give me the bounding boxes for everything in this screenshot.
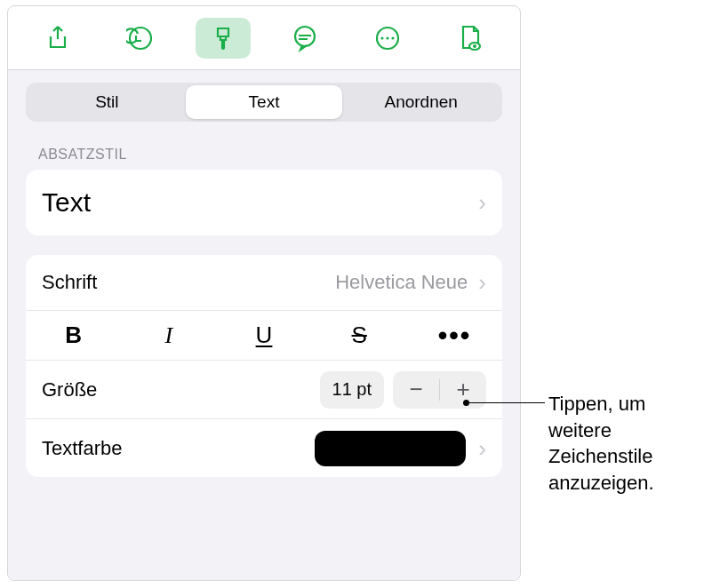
- size-label: Größe: [42, 378, 97, 401]
- strike-button[interactable]: S: [312, 311, 407, 360]
- text-color-label: Textfarbe: [42, 437, 123, 460]
- plus-icon: +: [456, 376, 469, 403]
- callout-line: [463, 402, 545, 403]
- minus-icon: −: [409, 376, 422, 403]
- document-button[interactable]: [443, 18, 498, 59]
- size-row: Größe 11 pt − +: [26, 360, 502, 418]
- chevron-right-icon: ›: [475, 271, 486, 294]
- segmented-tabs: Stil Text Anordnen: [26, 83, 502, 122]
- share-button[interactable]: [30, 18, 85, 59]
- underline-label: U: [256, 322, 273, 349]
- tab-label: Text: [249, 92, 280, 112]
- document-eye-icon: [457, 24, 484, 52]
- ellipsis-circle-icon: [373, 24, 402, 52]
- share-icon: [44, 25, 71, 52]
- size-value: 11 pt: [332, 379, 372, 400]
- underline-button[interactable]: U: [216, 311, 311, 360]
- svg-point-0: [130, 28, 151, 49]
- font-label: Schrift: [42, 271, 97, 294]
- ellipsis-icon: •••: [438, 321, 472, 351]
- speech-icon: [291, 24, 319, 52]
- tab-text[interactable]: Text: [186, 85, 343, 119]
- brush-icon: [209, 24, 237, 52]
- size-decrease-button[interactable]: −: [393, 371, 439, 409]
- undo-icon: [126, 24, 155, 52]
- comment-button[interactable]: [277, 18, 332, 59]
- italic-label: I: [164, 322, 172, 349]
- size-value-box[interactable]: 11 pt: [320, 371, 384, 409]
- bold-label: B: [65, 322, 82, 349]
- strike-label: S: [352, 322, 367, 349]
- section-paragraph-style-label: ABSATZSTIL: [38, 147, 490, 163]
- paragraph-style-row[interactable]: Text ›: [26, 170, 502, 235]
- chevron-right-icon: ›: [475, 191, 486, 214]
- style-row: B I U S •••: [26, 310, 502, 360]
- panel-body: Stil Text Anordnen ABSATZSTIL Text › Sch…: [8, 70, 520, 580]
- tab-arrange[interactable]: Anordnen: [342, 85, 500, 119]
- svg-point-3: [380, 36, 383, 39]
- undo-button[interactable]: [113, 18, 168, 59]
- tab-label: Stil: [95, 92, 118, 112]
- tab-label: Anordnen: [384, 92, 457, 112]
- font-value: Helvetica Neue: [335, 271, 475, 294]
- svg-point-7: [473, 44, 476, 48]
- more-styles-button[interactable]: •••: [407, 311, 502, 360]
- font-row[interactable]: Schrift Helvetica Neue ›: [26, 255, 502, 310]
- svg-point-5: [391, 36, 394, 39]
- more-button[interactable]: [360, 18, 415, 59]
- tab-style[interactable]: Stil: [28, 85, 186, 119]
- format-button[interactable]: [196, 18, 251, 59]
- svg-point-4: [386, 36, 388, 39]
- paragraph-style-value: Text: [42, 187, 91, 218]
- top-toolbar: [8, 6, 520, 70]
- font-card: Schrift Helvetica Neue › B I U S ••• Grö…: [26, 255, 502, 477]
- paragraph-style-card: Text ›: [26, 170, 502, 235]
- chevron-right-icon: ›: [475, 437, 486, 460]
- bold-button[interactable]: B: [26, 311, 121, 360]
- text-color-row[interactable]: Textfarbe ›: [26, 418, 502, 477]
- callout-text: Tippen, um weitere Zeichenstile anzuzeig…: [548, 391, 704, 497]
- italic-button[interactable]: I: [121, 311, 216, 360]
- format-panel: Stil Text Anordnen ABSATZSTIL Text › Sch…: [7, 5, 521, 581]
- color-swatch[interactable]: [315, 431, 466, 466]
